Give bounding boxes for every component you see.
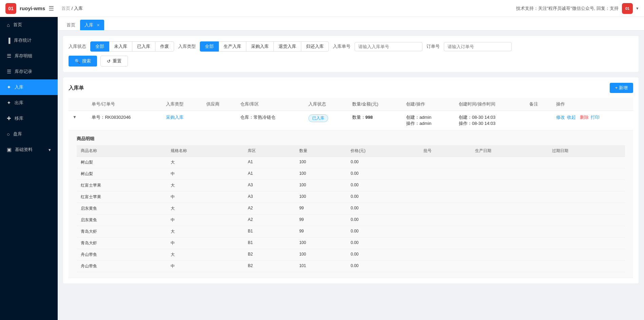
order-no-input[interactable] (355, 42, 422, 51)
status-btn-void[interactable]: 作废 (155, 41, 174, 52)
layout: ⌂ 首页 ▐ 库存统计 ☰ 库存明细 ☰ 库存记录 ✦ 入库 ✦ 出库 ✚ 移库… (0, 17, 644, 320)
col-status: 入库状态 (304, 98, 348, 111)
reset-icon: ↺ (107, 59, 111, 64)
sidebar-item-inbound-label: 入库 (15, 84, 23, 90)
sub-col-spec-name: 规格名称 (167, 145, 244, 157)
sub-table-header: 商品名称 规格名称 库区 数量 价格(元) 批号 生产日期 过期 (77, 145, 625, 157)
sidebar-item-transfer-label: 移库 (15, 115, 23, 121)
sub-col-quantity: 数量 (295, 145, 347, 157)
logo-icon: 01 (5, 3, 16, 14)
sub-table-data-row: 青岛大虾大B1990.00 (77, 226, 625, 238)
user-avatar[interactable]: 01 (622, 3, 633, 14)
print-button[interactable]: 打印 (591, 114, 600, 120)
sub-table-data-row: 舟山带鱼中B21010.00 (77, 261, 625, 272)
po-no-input[interactable] (444, 42, 512, 51)
support-text: 技术支持：关注"程序员诚哥"微信公众号, 回复：支持 (516, 5, 619, 12)
op-cell: 修改 收起 删除 打印 (556, 114, 629, 120)
search-icon: 🔍 (75, 59, 80, 64)
sidebar-item-inbound[interactable]: ✦ 入库 (0, 79, 58, 95)
sub-col-price: 价格(元) (346, 145, 419, 157)
sidebar-item-outbound[interactable]: ✦ 出库 (0, 95, 58, 111)
reset-btn-label: 重置 (113, 58, 121, 64)
sub-table: 商品名称 规格名称 库区 数量 价格(元) 批号 生产日期 过期 (77, 145, 625, 272)
sub-table-data-row: 启东黄鱼大A2990.00 (77, 203, 625, 214)
table-row: ▼ 单号：RK08302046 采购入库 仓库：常熟冷链仓 已入库 (69, 111, 633, 130)
tab-inbound[interactable]: 入库 ✕ (80, 20, 104, 30)
col-create-op: 创建/操作 (402, 98, 455, 111)
breadcrumb-current: 入库 (74, 6, 83, 11)
sidebar-item-inventory-record[interactable]: ☰ 库存记录 (0, 64, 58, 79)
warehouse-cell: 仓库：常熟冷链仓 (236, 111, 304, 130)
order-no-cell: 单号：RK08302046 (88, 111, 162, 130)
search-button[interactable]: 🔍 搜索 (69, 56, 97, 67)
sidebar-item-stocktake-label: 盘库 (13, 131, 22, 137)
po-no-filter-label: 订单号 (427, 43, 440, 50)
col-order-no: 单号/订单号 (88, 98, 162, 111)
type-btn-return2[interactable]: 归还入库 (301, 41, 329, 52)
type-btn-purchase[interactable]: 采购入库 (246, 41, 274, 52)
type-btn-group: 全部 生产入库 采购入库 退货入库 归还入库 (200, 41, 329, 52)
add-button[interactable]: + 新增 (610, 83, 633, 93)
qty-label: 数量：998 (352, 114, 398, 120)
table-card-header: 入库单 + 新增 (69, 83, 633, 93)
sub-table-data-row: 树山梨大A11000.00 (77, 157, 625, 168)
sub-table-data-row: 舟山带鱼大B21000.00 (77, 249, 625, 261)
sub-col-expiry-date: 过期日期 (548, 145, 625, 157)
sub-table-data-row: 红富士苹果大A31000.00 (77, 180, 625, 191)
created-by: 创建：admin (406, 114, 451, 120)
col-supplier: 供应商 (202, 98, 236, 111)
qty-cell: 数量：998 (348, 111, 402, 130)
reset-button[interactable]: ↺ 重置 (100, 56, 128, 67)
order-no-filter-label: 入库单号 (333, 43, 351, 50)
basic-data-icon: ▣ (7, 147, 12, 153)
edit-button[interactable]: 修改 (556, 114, 565, 120)
breadcrumb-home-link[interactable]: 首页 (61, 6, 70, 11)
type-filter-label: 入库类型 (178, 43, 196, 50)
type-btn-production[interactable]: 生产入库 (219, 41, 246, 52)
time-cell: 创建：08-30 14:03 操作：08-30 14:03 (455, 111, 525, 130)
sub-col-production-date: 生产日期 (471, 145, 548, 157)
home-icon: ⌂ (7, 22, 10, 28)
type-link[interactable]: 采购入库 (166, 115, 184, 120)
sidebar-item-stocktake[interactable]: ○ 盘库 (0, 126, 58, 142)
col-create-time: 创建时间/操作时间 (455, 98, 525, 111)
sidebar-item-inventory-detail[interactable]: ☰ 库存明细 (0, 48, 58, 64)
type-btn-return[interactable]: 退货入库 (273, 41, 301, 52)
tab-close-inbound[interactable]: ✕ (97, 23, 100, 27)
delete-button[interactable]: 删除 (580, 114, 589, 120)
sidebar: ⌂ 首页 ▐ 库存统计 ☰ 库存明细 ☰ 库存记录 ✦ 入库 ✦ 出库 ✚ 移库… (0, 17, 58, 320)
dropdown-arrow-icon[interactable]: ▾ (636, 6, 639, 11)
actions-cell: 修改 收起 删除 打印 (552, 111, 633, 130)
filter-row-status: 入库状态 全部 未入库 已入库 作废 入库类型 全部 生产入库 采购入库 退货入… (69, 41, 633, 52)
record-icon: ☰ (7, 69, 11, 75)
menu-toggle[interactable]: ☰ (49, 5, 54, 12)
header-right: 技术支持：关注"程序员诚哥"微信公众号, 回复：支持 01 ▾ (516, 3, 639, 14)
main-table: 单号/订单号 入库类型 供应商 仓库/库区 入库状态 数量/金额(元) 创建/操… (69, 98, 633, 278)
sidebar-item-basic-data[interactable]: ▣ 基础资料 ▾ (0, 142, 58, 157)
status-btn-all[interactable]: 全部 (90, 41, 109, 52)
status-filter-label: 入库状态 (69, 43, 86, 50)
collapse-button[interactable]: ▼ (73, 115, 77, 119)
sub-col-batch: 批号 (419, 145, 471, 157)
sub-table-data-row: 青岛大虾中B11000.00 (77, 238, 625, 249)
status-btn-pending[interactable]: 未入库 (109, 41, 132, 52)
collapse-action-button[interactable]: 收起 (567, 114, 576, 120)
status-btn-group: 全部 未入库 已入库 作废 (90, 41, 174, 52)
sub-table-row: 商品明细 商品名称 规格名称 库区 数量 (69, 130, 633, 278)
outbound-icon: ✦ (7, 100, 11, 106)
operated-by: 操作：admin (406, 120, 451, 127)
sidebar-item-home[interactable]: ⌂ 首页 (0, 17, 58, 33)
bar-chart-icon: ▐ (7, 38, 11, 43)
action-row: 🔍 搜索 ↺ 重置 (69, 56, 633, 67)
type-btn-all[interactable]: 全部 (200, 41, 219, 52)
tab-home[interactable]: 首页 (63, 20, 79, 30)
status-btn-done[interactable]: 已入库 (132, 41, 155, 52)
sidebar-item-inventory-stats[interactable]: ▐ 库存统计 (0, 33, 58, 48)
sub-table-data-row: 树山梨中A11000.00 (77, 168, 625, 180)
sidebar-item-outbound-label: 出库 (15, 100, 23, 106)
remark-cell (525, 111, 552, 130)
sidebar-item-inventory-stats-label: 库存统计 (14, 37, 32, 43)
app-title: ruoyi-wms (20, 5, 45, 11)
breadcrumb: 首页 / 入库 (61, 5, 83, 12)
sidebar-item-transfer[interactable]: ✚ 移库 (0, 111, 58, 126)
